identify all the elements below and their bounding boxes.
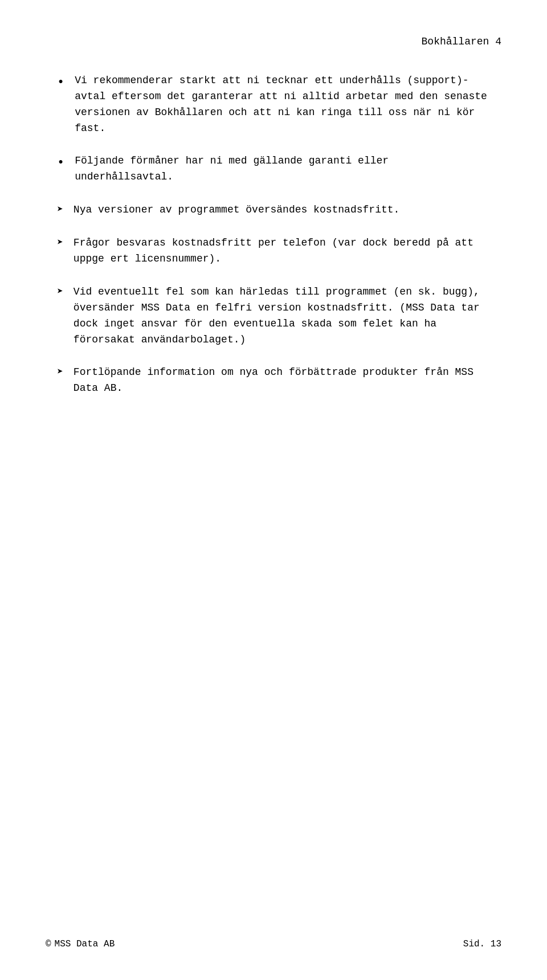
- footer: © MSS Data AB Sid. 13: [46, 937, 501, 952]
- bullet-text-2: Följande förmåner har ni med gällande ga…: [75, 153, 490, 185]
- arrow-item-1: ➤ Nya versioner av programmet översändes…: [57, 202, 490, 218]
- arrow-text-4: Fortlöpande information om nya och förbä…: [74, 365, 490, 397]
- arrow-item-4: ➤ Fortlöpande information om nya och för…: [57, 365, 490, 397]
- company-name: MSS Data AB: [55, 937, 115, 952]
- bullet-item-1: • Vi rekommenderar starkt att ni tecknar…: [57, 73, 490, 137]
- bullet-symbol-1: •: [57, 73, 64, 92]
- bullet-text-1: Vi rekommenderar starkt att ni tecknar e…: [75, 73, 490, 137]
- arrow-item-2: ➤ Frågor besvaras kostnadsfritt per tele…: [57, 235, 490, 267]
- arrow-symbol-3: ➤: [57, 284, 63, 300]
- page: Bokhållaren 4 • Vi rekommenderar starkt …: [0, 0, 547, 980]
- bullet-item-2: • Följande förmåner har ni med gällande …: [57, 153, 490, 185]
- bullet-symbol-2: •: [57, 153, 64, 173]
- arrow-text-2: Frågor besvaras kostnadsfritt per telefo…: [74, 235, 490, 267]
- page-title: Bokhållaren 4: [46, 34, 501, 50]
- arrow-text-1: Nya versioner av programmet översändes k…: [74, 202, 490, 218]
- arrow-item-3: ➤ Vid eventuellt fel som kan härledas ti…: [57, 284, 490, 348]
- main-content: • Vi rekommenderar starkt att ni tecknar…: [46, 73, 501, 397]
- page-number: Sid. 13: [463, 937, 501, 952]
- footer-company: © MSS Data AB: [46, 937, 115, 952]
- arrow-symbol-1: ➤: [57, 202, 63, 218]
- arrow-symbol-4: ➤: [57, 365, 63, 381]
- copyright-icon: ©: [46, 937, 51, 952]
- title-text: Bokhållaren 4: [422, 36, 501, 47]
- arrow-symbol-2: ➤: [57, 235, 63, 251]
- arrow-text-3: Vid eventuellt fel som kan härledas till…: [74, 284, 490, 348]
